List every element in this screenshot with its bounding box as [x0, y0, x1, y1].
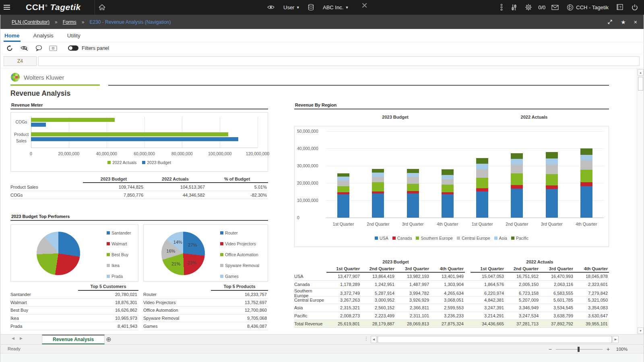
legend-swatch-icon — [511, 237, 514, 240]
legend-swatch-icon — [107, 242, 110, 245]
formula-input[interactable] — [38, 56, 640, 66]
cell-value: 13,864,419 — [361, 274, 396, 279]
registered-mark: ® — [45, 4, 47, 8]
legend-label: Games — [225, 274, 239, 279]
breadcrumb-link-pln[interactable]: PLN (Contributor) — [12, 19, 50, 25]
tab-analysis[interactable]: Analysis — [33, 30, 54, 42]
design-mode-button[interactable] — [19, 43, 29, 53]
legend-item: Best Buy — [107, 252, 131, 257]
top5-customers-table: Top 5 Customers Santander20,780,021Walma… — [10, 283, 138, 330]
bar-2022-actuals — [31, 132, 228, 136]
legend-swatch-icon — [107, 231, 110, 234]
help-button[interactable]: ? — [613, 0, 627, 14]
category-label: 2nd Quarter — [506, 222, 528, 226]
user-selector[interactable]: User ▾ — [280, 0, 303, 14]
horizontal-scroll-thumb[interactable] — [378, 336, 612, 343]
cch-tagetik-logo: CCH®Tagetik — [26, 2, 81, 12]
bar-segment-southern-europe — [476, 178, 488, 189]
home-button[interactable] — [95, 0, 109, 14]
legend-swatch-icon — [220, 275, 223, 278]
row-label: Spyware Removal — [143, 316, 211, 321]
category-label: Product Sales — [12, 131, 31, 144]
prev-sheet-button[interactable]: ◀ — [12, 336, 14, 340]
cell-value: 2,560,152 — [361, 305, 396, 310]
zoom-slider[interactable] — [556, 349, 603, 350]
sheet-tab-revenue-analysis[interactable]: Revenue Analysis — [42, 335, 105, 344]
stacked-bar — [337, 173, 349, 218]
hamburger-menu-button[interactable] — [0, 0, 14, 14]
axis-tick-label: 20,000,000 — [58, 151, 80, 156]
legend-item: 2023 Budget — [142, 160, 171, 165]
scroll-up-button[interactable]: ▲ — [638, 69, 644, 76]
section-title-revenue-meter: Revenue Meter — [11, 103, 43, 107]
row-label: Product Sales — [10, 185, 83, 189]
cell-value: 3,534,545 — [540, 305, 574, 310]
filters-panel-toggle[interactable]: Filters panel — [68, 45, 109, 51]
legend-item: Video Projectors — [220, 241, 259, 246]
zoom-slider-handle[interactable] — [578, 347, 580, 352]
pie-slice-label: 27% — [188, 243, 197, 247]
scroll-left-button[interactable]: ◀ — [371, 336, 377, 343]
section-rule — [294, 109, 609, 109]
legend-label: Canada — [397, 236, 412, 241]
bar-segment-asia — [580, 155, 592, 160]
column-header: 4th Quarter — [574, 266, 609, 273]
logout-button[interactable] — [628, 0, 642, 14]
zoom-in-button[interactable]: + — [607, 346, 610, 352]
tab-home[interactable]: Home — [4, 30, 21, 42]
column-header: 2022 Actuals — [144, 176, 206, 183]
tools-button[interactable] — [508, 0, 520, 14]
vertical-scrollbar[interactable]: ▲ ▼ — [637, 68, 644, 335]
comments-button[interactable] — [33, 43, 44, 53]
legend-item: Prada — [107, 274, 131, 279]
notification-counter: 0/0 — [537, 4, 547, 10]
cell-value: 2,311,101 — [396, 313, 430, 318]
workflow-status-button[interactable] — [496, 0, 507, 14]
environment-selector[interactable]: CCH - Tagetik — [563, 0, 612, 14]
group-label-2022-actuals: 2022 Actuals — [521, 115, 548, 119]
legend-label: Pacific — [516, 236, 528, 241]
messages-button[interactable] — [548, 0, 562, 14]
bar-segment-usa — [511, 189, 523, 218]
refresh-button[interactable] — [4, 43, 15, 53]
page-title: Revenue Analysis — [10, 89, 70, 98]
processes-button[interactable] — [521, 0, 536, 14]
vertical-scroll-thumb[interactable] — [638, 77, 643, 90]
add-sheet-button[interactable]: ⊕ — [106, 335, 111, 343]
database-icon — [308, 4, 314, 10]
cell-value: 18,876,301 — [78, 300, 138, 305]
legend-swatch-icon — [220, 231, 223, 234]
display-options-button[interactable] — [48, 43, 58, 53]
gridline — [326, 131, 604, 132]
cell-reference-box[interactable]: Z4 — [4, 56, 37, 66]
tab-scroll-splitter[interactable]: ⋮ — [364, 336, 368, 341]
category-label: 1st Quarter — [333, 222, 354, 226]
legend-label: Video Projectors — [225, 241, 256, 246]
design-eye-icon — [21, 45, 28, 51]
breadcrumb-link-forms[interactable]: Forms — [63, 19, 76, 25]
close-form-button[interactable]: × — [634, 19, 637, 25]
cell-value: 6,583,555 — [540, 291, 574, 296]
legend-item: USA — [375, 236, 388, 241]
comment-icon — [35, 45, 42, 51]
section-title-revenue-by-region: Revenue By Region — [295, 103, 336, 107]
stacked-bar — [407, 169, 419, 218]
scroll-down-button[interactable]: ▼ — [638, 327, 644, 334]
tab-utility[interactable]: Utility — [66, 30, 81, 42]
visibility-button[interactable] — [264, 0, 278, 14]
scroll-right-button[interactable]: ▶ — [613, 336, 619, 343]
legend-label: 2022 Actuals — [112, 160, 136, 165]
resize-button[interactable] — [607, 19, 613, 25]
zoom-out-button[interactable]: − — [549, 346, 552, 352]
bar-segment-southern-europe — [407, 184, 419, 191]
company-selector[interactable]: ABC Inc. ▾ — [319, 0, 352, 14]
next-sheet-button[interactable]: ▶ — [20, 336, 23, 340]
cell-value: 20,780,021 — [78, 292, 138, 297]
star-icon: ★ — [621, 19, 626, 25]
cell-value: 2,366,811 — [396, 305, 430, 310]
favorite-button[interactable]: ★ — [621, 19, 626, 25]
legend-swatch-icon — [107, 161, 111, 164]
legend-label: Asia — [499, 236, 507, 241]
database-button[interactable]: × — [304, 0, 318, 14]
zoom-control: − + 100% — [549, 345, 627, 354]
